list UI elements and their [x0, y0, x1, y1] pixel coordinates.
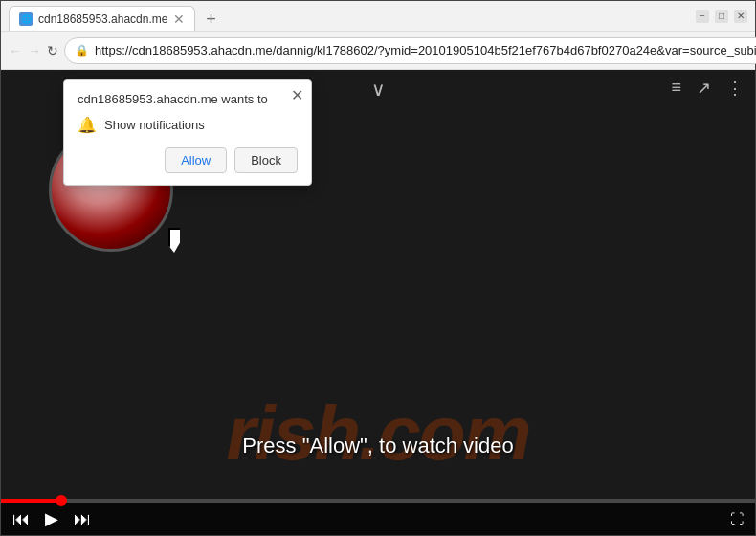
- chevron-button[interactable]: ∨: [371, 78, 386, 100]
- popup-title: cdn18685953.ahacdn.me wants to: [78, 92, 298, 106]
- popup-notification-label: Show notifications: [104, 118, 205, 132]
- fullscreen-button[interactable]: ⛶: [730, 511, 744, 526]
- popup-close-button[interactable]: ✕: [291, 86, 303, 104]
- browser-window: 🌐 cdn18685953.ahacdn.me ✕ + − □ ✕ ← → ↻ …: [0, 0, 756, 536]
- notification-popup: ✕ cdn18685953.ahacdn.me wants to 🔔 Show …: [63, 79, 312, 186]
- minimize-button[interactable]: −: [696, 10, 709, 23]
- progress-filled: [1, 499, 61, 502]
- active-tab[interactable]: 🌐 cdn18685953.ahacdn.me ✕: [9, 6, 195, 31]
- allow-button[interactable]: Allow: [165, 147, 227, 173]
- new-tab-button[interactable]: +: [199, 8, 222, 31]
- playlist-icon[interactable]: ≡: [671, 78, 681, 99]
- progress-dot: [56, 495, 67, 506]
- video-prompt-text: Press "Allow", to watch video: [1, 434, 755, 458]
- tab-strip: 🌐 cdn18685953.ahacdn.me ✕ +: [9, 1, 688, 31]
- lock-icon: 🔒: [75, 44, 89, 57]
- tab-close-button[interactable]: ✕: [173, 12, 185, 26]
- chevron-down-icon: ∨: [371, 78, 386, 100]
- popup-notification-row: 🔔 Show notifications: [78, 116, 298, 134]
- tab-title: cdn18685953.ahacdn.me: [38, 12, 167, 26]
- video-controls: ⏮ ▶ ⏭ ⛶: [1, 499, 755, 535]
- controls-row: ⏮ ▶ ⏭ ⛶: [1, 502, 755, 535]
- prev-button[interactable]: ⏮: [12, 509, 30, 529]
- back-button[interactable]: ←: [9, 37, 22, 64]
- play-button[interactable]: ▶: [45, 508, 58, 529]
- title-bar: 🌐 cdn18685953.ahacdn.me ✕ + − □ ✕: [1, 1, 755, 32]
- url-text: https://cdn18685953.ahacdn.me/dannig/kl1…: [95, 43, 756, 57]
- share-icon[interactable]: ↗: [697, 78, 711, 99]
- address-bar: ← → ↻ 🔒 https://cdn18685953.ahacdn.me/da…: [1, 32, 755, 70]
- block-button[interactable]: Block: [234, 147, 298, 173]
- close-button[interactable]: ✕: [734, 10, 747, 23]
- progress-bar[interactable]: [1, 499, 755, 502]
- refresh-button[interactable]: ↻: [47, 37, 58, 64]
- forward-button[interactable]: →: [28, 37, 41, 64]
- next-button[interactable]: ⏭: [74, 509, 91, 529]
- maximize-button[interactable]: □: [715, 10, 728, 23]
- page-content: rish.com ≡ ↗ ⋮ ∨ Press "Allow", to watch…: [1, 70, 755, 535]
- top-controls: ≡ ↗ ⋮: [671, 78, 744, 99]
- more-options-icon[interactable]: ⋮: [726, 78, 744, 99]
- window-controls: − □ ✕: [696, 10, 747, 23]
- popup-buttons: Allow Block: [78, 147, 298, 173]
- tab-favicon: 🌐: [19, 12, 33, 26]
- bell-icon: 🔔: [78, 116, 97, 134]
- url-bar[interactable]: 🔒 https://cdn18685953.ahacdn.me/dannig/k…: [64, 37, 756, 64]
